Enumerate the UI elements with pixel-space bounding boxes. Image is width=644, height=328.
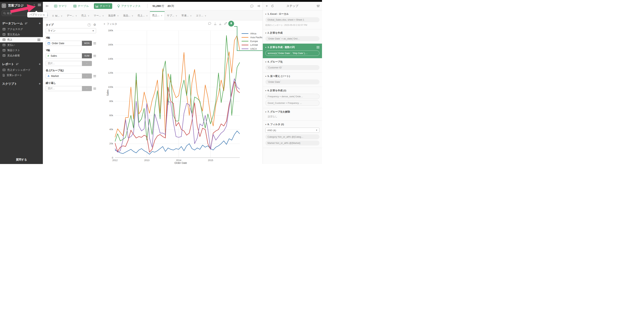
collapse-caret-icon[interactable]: ▾ [265, 46, 266, 48]
step-3-selected[interactable]: ▾3. 計算を作成 - 複数の列 across(c(`Order Date`, … [263, 44, 322, 58]
steps-header: ステップ + [263, 2, 322, 10]
step-chip[interactable]: across(c(`Order Date`, `Ship Date`),… [265, 51, 320, 56]
legend-item[interactable]: USCA [242, 47, 262, 51]
step-chip[interactable]: `Order Date` [265, 80, 320, 84]
step-8[interactable]: ▾8. フィルタ (2) AND (&) ▼ Category %in_or_a… [263, 121, 322, 148]
step-chip[interactable]: Market %in_or_all% @{Market} [265, 141, 320, 145]
x-axis-field[interactable]: Order Date [46, 41, 82, 46]
repeat-field[interactable]: 選択... [46, 86, 82, 91]
column-tab-label: 売上 [81, 14, 86, 17]
collapse-caret-icon[interactable]: ▾ [265, 61, 266, 63]
plus-icon: + [104, 22, 105, 26]
column-tab-7-active[interactable]: 売上...∨ [150, 11, 165, 20]
step-6[interactable]: ▾6. 計算を作成 (2) Frequency = dense_rank(`Or… [263, 87, 322, 108]
repeat-agg-badge[interactable]: - [82, 86, 92, 91]
chart-type-select[interactable]: ライン ▼ [46, 28, 96, 33]
add-dataframe-button[interactable]: + [39, 22, 41, 26]
step-2[interactable]: ▾2. 計算を作成 `Order Date` = as_date(`Ord… [263, 29, 322, 44]
column-tab-0[interactable]: ☰M...∨ [50, 12, 64, 20]
column-tab-2[interactable]: 売上∨ [79, 12, 91, 20]
tab-analytics[interactable]: アナリティクス [116, 3, 142, 9]
sidebar-item-sales-report[interactable]: 営業レポート [0, 73, 43, 78]
collapse-caret-icon[interactable]: ▾ [265, 111, 266, 113]
collapse-caret-icon[interactable]: ▾ [265, 90, 266, 92]
project-menu-icon[interactable] [38, 3, 41, 7]
step-chip[interactable]: `Order Date` = as_date(`Ord… [265, 36, 320, 41]
empty-agg-badge[interactable]: - [82, 61, 92, 66]
color-agg-badge[interactable]: - [82, 74, 92, 79]
step-chip[interactable]: Global_Sales.xlsx, sheet = Sheet 1 [265, 17, 320, 22]
sidebar-item-orders-forecast[interactable]: 受注見込み [0, 32, 43, 37]
column-tab-6[interactable]: 売上...∨ [135, 12, 150, 20]
drag-handle-icon[interactable] [93, 87, 96, 90]
y-axis-label: Y軸 [46, 49, 96, 52]
upload-icon[interactable]: ↑ [214, 22, 216, 25]
filter-operator-select[interactable]: AND (&) ▼ [265, 128, 320, 133]
y-axis-empty-field[interactable]: 選択... [46, 61, 82, 66]
collapse-right-icon[interactable] [257, 5, 260, 8]
expand-icon[interactable] [224, 22, 227, 25]
drag-handle-icon[interactable] [93, 75, 96, 78]
sidebar-item-sales-dashboard[interactable]: 売上ダッシュボード [0, 67, 43, 73]
collapse-caret-icon[interactable]: ▾ [265, 123, 266, 125]
sort-icon[interactable] [16, 63, 19, 66]
tab-chart[interactable]: チャート [94, 3, 112, 9]
y-agg-badge[interactable]: SUM [82, 53, 92, 58]
collapse-caret-icon[interactable]: ▾ [265, 75, 266, 77]
sort-icon[interactable] [25, 22, 28, 25]
chevron-down-icon: ∨ [146, 15, 148, 17]
gear-icon[interactable]: ⚙ [93, 23, 96, 27]
add-filter-button[interactable]: + フィルタ [104, 22, 117, 26]
collapse-left-icon[interactable] [46, 5, 49, 8]
reports-title: レポート [2, 62, 14, 66]
x-agg-badge[interactable]: MON [82, 41, 92, 46]
ask-question-button[interactable]: 質問する [0, 158, 43, 161]
download-icon[interactable]: ↓ [219, 22, 222, 25]
sidebar-item-accesslog[interactable]: アクセスログ [0, 27, 43, 32]
color-field[interactable]: A Market [46, 74, 82, 79]
step-chip[interactable]: Good_Customer = Frequency … [265, 100, 320, 106]
column-tab-1[interactable]: デー...∨ [64, 12, 79, 20]
back-button[interactable]: ‹ [2, 4, 6, 8]
column-tab-9[interactable]: 常連...∨ [179, 12, 194, 20]
tab-summary[interactable]: サマリ [53, 3, 68, 9]
column-tab-3[interactable]: マー...∨ [92, 12, 106, 20]
legend-item[interactable]: Africa [242, 32, 262, 36]
sidebar-item-sales[interactable]: 売上 [0, 37, 43, 42]
column-tab-8[interactable]: サブ...∨ [165, 12, 179, 20]
collapse-caret-icon[interactable]: ▾ [265, 32, 266, 34]
add-report-button[interactable]: + [39, 62, 41, 66]
sidebar-item-leads[interactable]: 見込み顧客 [0, 53, 43, 58]
column-tab-5[interactable]: 返品...∨ [121, 12, 136, 20]
comment-icon[interactable] [208, 22, 211, 25]
tab-table[interactable]: テーブル [72, 3, 90, 9]
step-7[interactable]: ▾7. グループ化を解除 設定なし [263, 108, 322, 121]
step-menu-icon[interactable] [316, 46, 320, 49]
comment-icon[interactable] [250, 5, 254, 8]
column-tab-10[interactable]: エリ...∨ [194, 12, 208, 20]
step-5[interactable]: ▾5. 並べ替え (ソート) `Order Date` [263, 73, 322, 87]
sidebar-item-payments[interactable]: 支払い [0, 42, 43, 48]
add-script-button[interactable]: + [39, 82, 41, 86]
drag-handle-icon[interactable] [93, 54, 96, 57]
step-chip[interactable]: Category %in_or_all% @{Categ… [265, 134, 320, 139]
legend-item[interactable]: Asia Pacific [242, 36, 262, 39]
collapse-caret-icon[interactable]: ▾ [265, 13, 266, 15]
step-chip[interactable]: `Customer ID` [265, 65, 320, 70]
sidebar-header: ‹ 営業プロジ ↑ [0, 2, 43, 10]
pin-button[interactable] [228, 21, 234, 27]
step-4[interactable]: ▾4. グループ化 `Customer ID` [263, 58, 322, 73]
legend-item[interactable]: Europe [242, 39, 262, 43]
step-chip[interactable]: Frequency = dense_rank(`Orde… [265, 94, 320, 99]
item-menu-icon[interactable] [38, 38, 40, 42]
help-icon[interactable]: ? [88, 23, 91, 27]
line-chart-plot[interactable] [115, 31, 240, 158]
column-tab-4[interactable]: 返品率∨ [106, 12, 121, 20]
y-axis-field[interactable]: # Sales [46, 53, 82, 58]
drag-handle-icon[interactable] [93, 42, 96, 45]
publish-icon[interactable]: ↑ [33, 4, 36, 7]
step-1[interactable]: ▾1. Excel - ローカル Global_Sales.xlsx, shee… [263, 10, 322, 29]
y-tick-label: 60k [104, 114, 113, 117]
sidebar-item-products[interactable]: 製品リスト [0, 48, 43, 53]
legend-item[interactable]: LATAM [242, 43, 262, 47]
